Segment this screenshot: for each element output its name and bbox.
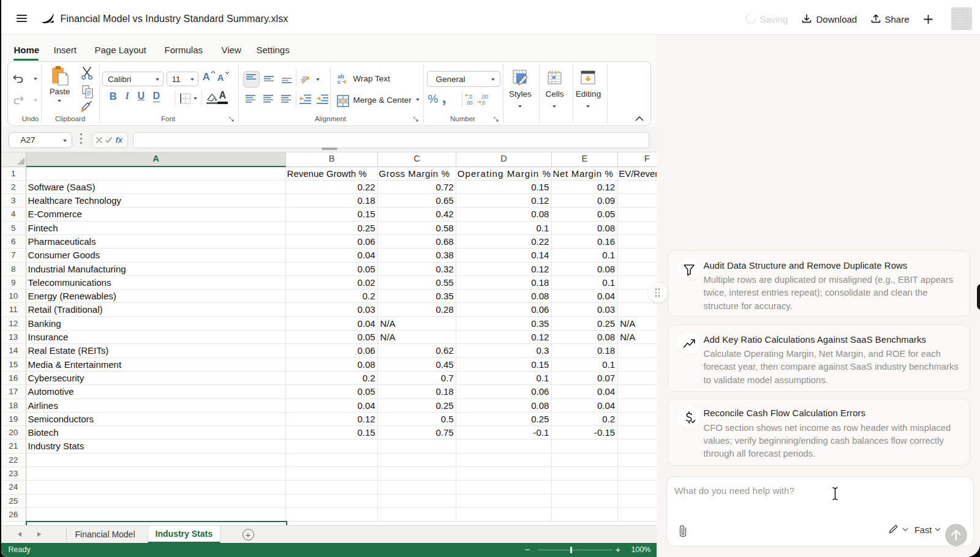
svg-text:.00: .00: [481, 94, 488, 100]
svg-text:c: c: [337, 78, 341, 85]
svg-text:.0: .0: [481, 100, 485, 106]
svg-text:.0: .0: [468, 94, 472, 100]
svg-text:.00: .00: [466, 100, 473, 106]
